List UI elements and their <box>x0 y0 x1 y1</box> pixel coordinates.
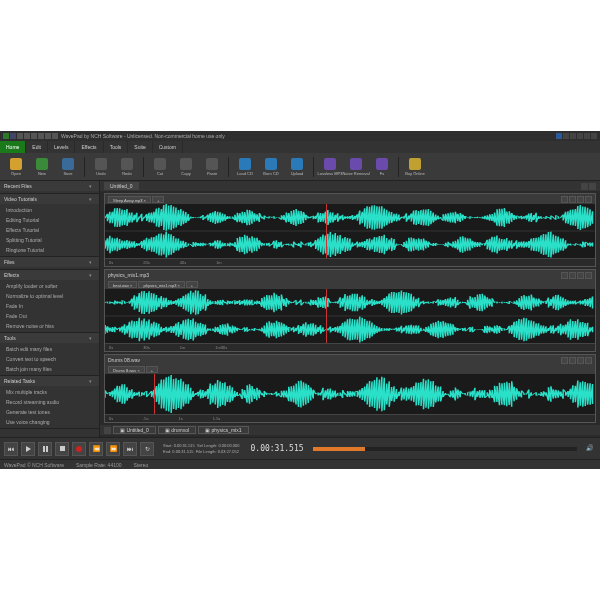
system-menu-icons[interactable] <box>3 133 58 139</box>
track-window-controls[interactable] <box>561 357 592 364</box>
sidebar-header-related-tasks[interactable]: Related Tasks <box>0 376 99 386</box>
track-header: physics_mix1.mp3 <box>105 270 595 280</box>
track-tab[interactable]: beat.wav × <box>108 281 137 288</box>
sidebar-header-tools[interactable]: Tools <box>0 333 99 343</box>
chevron-down-icon <box>89 378 95 384</box>
add-tab-button[interactable]: + <box>146 366 158 373</box>
sidebar-item[interactable]: Ringtone Tutorial <box>0 245 99 255</box>
track-window-controls[interactable] <box>561 196 592 203</box>
sidebar-item[interactable]: Remove noise or hiss <box>0 321 99 331</box>
tool-buy-online[interactable]: Buy Online <box>403 155 427 179</box>
tool-cut[interactable]: Cut <box>148 155 172 179</box>
rewind-button[interactable]: ⏪ <box>89 442 103 456</box>
content-area: Untitled_0 Sleep Away.mp3 ×+0s20s40s1mph… <box>100 181 600 437</box>
title-bar: WavePad by NCH Software - Unlicensed. No… <box>0 131 600 141</box>
status-bar: WavePad © NCH Software Sample Rate: 4410… <box>0 459 600 469</box>
sidebar-item[interactable]: Mix multiple tracks <box>0 387 99 397</box>
sidebar-header-video-tutorials[interactable]: Video Tutorials <box>0 194 99 204</box>
sidebar-item[interactable]: Batch join many files <box>0 364 99 374</box>
waveform[interactable] <box>105 374 595 414</box>
tool-copy[interactable]: Copy <box>174 155 198 179</box>
tool-lossless-mp3[interactable]: Lossless MP3 <box>318 155 342 179</box>
tool-new[interactable]: New <box>30 155 54 179</box>
status-channels: Stereo <box>134 462 149 468</box>
menu-tab-custom[interactable]: Custom <box>153 141 183 153</box>
track-filename: physics_mix1.mp3 <box>108 272 149 278</box>
sidebar-item[interactable]: Amplify louder or softer <box>0 281 99 291</box>
forward-button[interactable]: ⏩ <box>106 442 120 456</box>
play-button[interactable] <box>21 442 35 456</box>
stop-button[interactable] <box>55 442 69 456</box>
time-ruler[interactable]: 0s30s1m1m30s <box>105 343 595 351</box>
menu-tab-suite[interactable]: Suite <box>128 141 152 153</box>
bottom-tab[interactable]: ▣ physics_mix1 <box>198 426 248 434</box>
record-button[interactable] <box>72 442 86 456</box>
sidebar-item[interactable]: Convert text to speech <box>0 354 99 364</box>
sidebar-item[interactable]: Introduction <box>0 205 99 215</box>
time-ruler[interactable]: 0s20s40s1m <box>105 258 595 266</box>
progress-bar[interactable] <box>313 447 577 451</box>
main-tab-controls[interactable] <box>581 183 596 190</box>
prev-tab-button[interactable] <box>104 427 111 434</box>
tool-redo[interactable]: Redo <box>115 155 139 179</box>
menu-tab-levels[interactable]: Levels <box>48 141 75 153</box>
loop-button[interactable]: ↻ <box>140 442 154 456</box>
tool-fx[interactable]: Fx <box>370 155 394 179</box>
menu-tab-effects[interactable]: Effects <box>75 141 103 153</box>
bottom-tab[interactable]: ▣ Untitled_0 <box>113 426 156 434</box>
status-app: WavePad © NCH Software <box>4 462 64 468</box>
tool-noise-removal[interactable]: Noise Removal <box>344 155 368 179</box>
title-right-icons[interactable] <box>556 133 597 139</box>
tool-upload[interactable]: Upload <box>285 155 309 179</box>
track-filename: Drums 08.wav <box>108 357 140 363</box>
prev-button[interactable]: ⏮ <box>4 442 18 456</box>
track: physics_mix1.mp3beat.wav ×physics_mix1.m… <box>104 269 596 352</box>
menu-tab-tools[interactable]: Tools <box>104 141 129 153</box>
menu-bar: HomeEditLevelsEffectsToolsSuiteCustom <box>0 141 600 153</box>
main-tab[interactable]: Untitled_0 <box>104 182 139 190</box>
track-tab[interactable]: physics_mix1.mp3 × <box>138 281 184 288</box>
track-header: Drums 08.wav <box>105 355 595 365</box>
window-title: WavePad by NCH Software - Unlicensed. No… <box>61 133 225 139</box>
sidebar-item[interactable]: Editing Tutorial <box>0 215 99 225</box>
sidebar-item[interactable]: Use voice changing <box>0 417 99 427</box>
track: Drums 08.wavDrums 8.wav ×+0s.5s1s1.5s <box>104 354 596 423</box>
sidebar-header-recent-files[interactable]: Recent Files <box>0 181 99 191</box>
sidebar-item[interactable]: Batch edit many files <box>0 344 99 354</box>
menu-tab-edit[interactable]: Edit <box>26 141 48 153</box>
wavepad-app: WavePad by NCH Software - Unlicensed. No… <box>0 131 600 469</box>
track-tab[interactable]: Drums 8.wav × <box>108 366 145 373</box>
tool-burn-cd[interactable]: Burn CD <box>259 155 283 179</box>
tool-paste[interactable]: Paste <box>200 155 224 179</box>
sidebar-item[interactable]: Normalize to optimal level <box>0 291 99 301</box>
add-tab-button[interactable]: + <box>152 196 164 203</box>
sidebar-header-files[interactable]: Files <box>0 257 99 267</box>
track: Sleep Away.mp3 ×+0s20s40s1m <box>104 193 596 267</box>
tool-undo[interactable]: Undo <box>89 155 113 179</box>
waveform[interactable] <box>105 289 595 343</box>
bottom-tab[interactable]: ▣ drumvol <box>158 426 196 434</box>
toolbar: OpenNewSaveUndoRedoCutCopyPasteLoad CDBu… <box>0 153 600 181</box>
sidebar-item[interactable]: Record streaming audio <box>0 397 99 407</box>
status-sample-rate: Sample Rate: 44100 <box>76 462 122 468</box>
next-button[interactable]: ⏭ <box>123 442 137 456</box>
menu-tab-home[interactable]: Home <box>0 141 26 153</box>
sidebar-item[interactable]: Splitting Tutorial <box>0 235 99 245</box>
add-tab-button[interactable]: + <box>186 281 198 288</box>
sidebar-item[interactable]: Fade In <box>0 301 99 311</box>
track-window-controls[interactable] <box>561 272 592 279</box>
time-display: 0.00:31.515 <box>251 444 304 453</box>
volume-icon[interactable]: 🔊 <box>586 444 596 454</box>
waveform[interactable] <box>105 204 595 258</box>
tool-save[interactable]: Save <box>56 155 80 179</box>
transport-bar: ⏮ ⏪ ⏩ ⏭ ↻ Start: 0.00:31.515 Sel Length:… <box>0 437 600 459</box>
sidebar-item[interactable]: Generate test tones <box>0 407 99 417</box>
pause-button[interactable] <box>38 442 52 456</box>
sidebar-header-effects[interactable]: Effects <box>0 270 99 280</box>
track-tab[interactable]: Sleep Away.mp3 × <box>108 196 151 203</box>
time-ruler[interactable]: 0s.5s1s1.5s <box>105 414 595 422</box>
tool-load-cd[interactable]: Load CD <box>233 155 257 179</box>
tool-open[interactable]: Open <box>4 155 28 179</box>
sidebar-item[interactable]: Fade Out <box>0 311 99 321</box>
sidebar-item[interactable]: Effects Tutorial <box>0 225 99 235</box>
